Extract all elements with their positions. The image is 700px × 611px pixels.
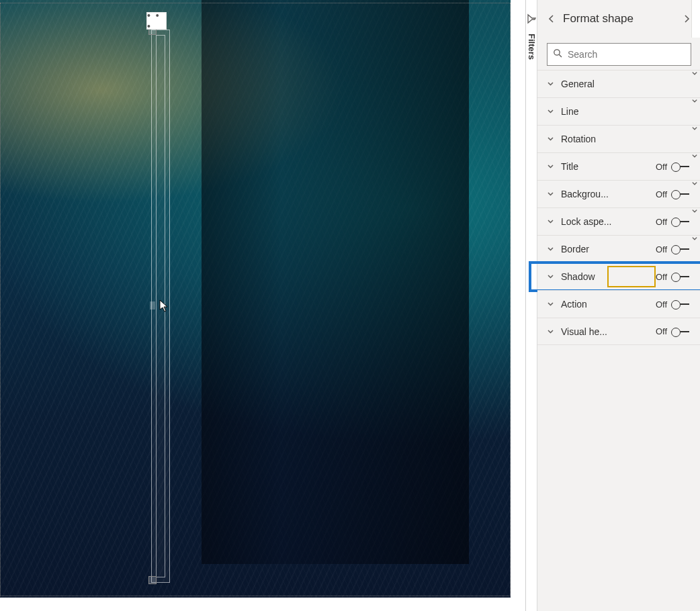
section-action[interactable]: Action Off <box>537 290 700 318</box>
panel-title: Format shape <box>559 12 679 26</box>
filters-pane-collapsed[interactable]: Filters <box>526 0 537 611</box>
title-toggle[interactable]: Off <box>656 162 691 172</box>
toggle-switch[interactable] <box>671 217 691 226</box>
toggle-state-text: Off <box>656 217 667 227</box>
section-title[interactable]: Title Off <box>537 152 700 180</box>
search-row <box>537 38 700 70</box>
background-toggle[interactable]: Off <box>656 189 691 199</box>
search-icon <box>553 48 562 60</box>
selected-shape[interactable] <box>156 35 165 577</box>
toggle-switch[interactable] <box>671 299 691 309</box>
chevron-down-icon[interactable] <box>689 232 700 244</box>
toggle-switch[interactable] <box>671 272 691 281</box>
toggle-switch[interactable] <box>671 327 691 336</box>
section-label: Line <box>561 106 691 117</box>
visual-more-options-button[interactable]: • • • <box>146 12 167 30</box>
chevron-down-icon[interactable] <box>689 95 700 107</box>
section-border[interactable]: Border Off <box>537 235 700 263</box>
chevron-down-icon[interactable] <box>689 205 700 217</box>
section-label: Rotation <box>561 134 691 144</box>
toggle-state-text: Off <box>656 162 667 172</box>
section-shadow[interactable]: Shadow Off <box>537 263 700 290</box>
section-label: Border <box>561 244 649 254</box>
chevron-down-icon <box>547 216 554 228</box>
section-visual-header[interactable]: Visual he... Off <box>537 318 700 345</box>
visual-header-toggle[interactable]: Off <box>656 326 691 336</box>
chevron-down-icon[interactable] <box>689 67 700 79</box>
chevron-down-icon <box>547 243 554 255</box>
action-toggle[interactable]: Off <box>656 299 691 310</box>
toggle-switch[interactable] <box>671 162 691 171</box>
section-label: Title <box>561 161 649 172</box>
chevron-down-icon <box>547 326 554 338</box>
search-input[interactable] <box>568 49 685 60</box>
section-rotation[interactable]: Rotation <box>537 125 700 152</box>
chevron-down-icon <box>547 78 554 90</box>
section-label: Visual he... <box>561 326 649 337</box>
toggle-state-text: Off <box>656 244 667 254</box>
toggle-switch[interactable] <box>671 244 691 254</box>
canvas-texture <box>0 0 511 598</box>
toggle-state-text: Off <box>656 272 667 282</box>
chevron-down-icon[interactable] <box>689 122 700 134</box>
format-shape-panel: Format shape <box>537 0 700 611</box>
section-general[interactable]: General <box>537 70 700 97</box>
search-input-container[interactable] <box>547 43 691 66</box>
section-background[interactable]: Backgrou... Off <box>537 180 700 207</box>
toggle-state-text: Off <box>656 326 667 336</box>
ellipsis-glyph: • • • <box>147 10 166 32</box>
panel-back-button[interactable] <box>544 11 559 26</box>
chevron-down-icon[interactable] <box>689 177 700 189</box>
shadow-toggle[interactable]: Off <box>656 272 691 282</box>
chevron-down-icon <box>547 160 554 173</box>
chevron-down-icon <box>547 105 554 117</box>
toggle-state-text: Off <box>656 189 667 199</box>
report-canvas[interactable]: • • • <box>0 0 525 611</box>
filters-label: Filters <box>527 34 537 60</box>
filters-icon <box>526 13 537 24</box>
section-label: General <box>561 79 691 89</box>
resize-handle-mid[interactable] <box>150 301 155 310</box>
format-sections-list: General Line Rotation Title Off <box>537 70 700 345</box>
svg-point-0 <box>554 50 560 55</box>
chevron-down-icon <box>547 298 554 310</box>
section-lock-aspect[interactable]: Lock aspe... Off <box>537 207 700 235</box>
adjacent-pane-chevrons <box>689 67 700 244</box>
section-label: Backgrou... <box>561 189 649 199</box>
chevron-down-icon[interactable] <box>689 150 700 162</box>
chevron-down-icon <box>547 133 554 145</box>
chevron-down-icon <box>547 188 554 200</box>
chevron-down-icon <box>547 271 554 283</box>
lock-aspect-toggle[interactable]: Off <box>656 217 691 227</box>
panel-edge-crop <box>691 0 700 38</box>
section-label: Shadow <box>561 271 649 282</box>
panel-header: Format shape <box>537 0 700 38</box>
section-label: Lock aspe... <box>561 216 649 227</box>
section-label: Action <box>561 299 649 310</box>
section-line[interactable]: Line <box>537 97 700 125</box>
border-toggle[interactable]: Off <box>656 244 691 254</box>
toggle-state-text: Off <box>656 299 667 310</box>
toggle-switch[interactable] <box>671 189 691 199</box>
resize-handle-bottom[interactable] <box>148 576 157 584</box>
